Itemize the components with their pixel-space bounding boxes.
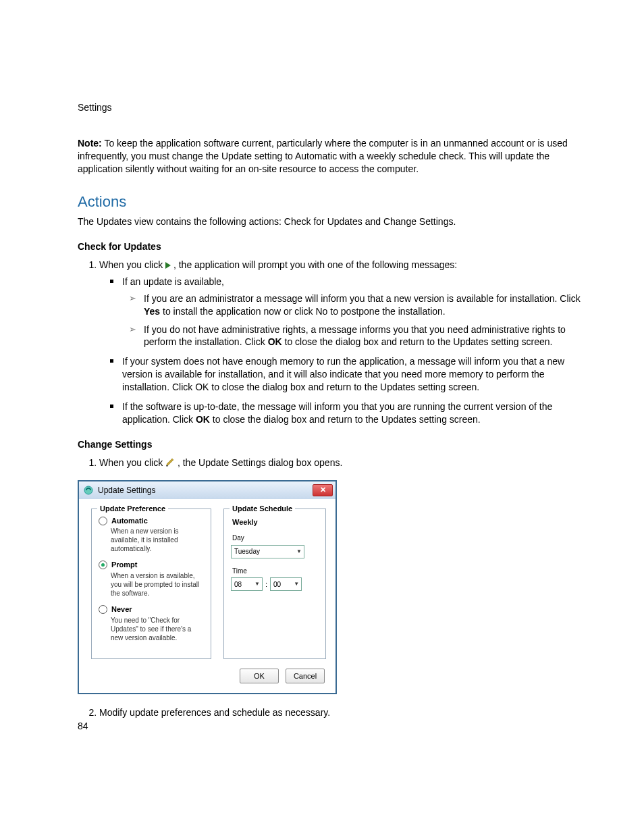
bul3-post: to close the dialog box and return to th… — [210, 414, 481, 425]
svg-rect-2 — [166, 465, 168, 467]
chevron-down-icon: ▼ — [254, 581, 260, 588]
radio-prompt-label: Prompt — [111, 560, 138, 570]
sub1a-pre: If you are an administrator a message wi… — [144, 293, 581, 304]
sub-bullet-admin: If you are an administrator a message wi… — [144, 292, 583, 318]
close-button[interactable]: ✕ — [313, 484, 333, 496]
time-colon: : — [265, 579, 267, 590]
check-step-1: When you click , the application will pr… — [99, 259, 583, 426]
chevron-down-icon: ▼ — [294, 581, 299, 588]
radio-automatic-desc: When a new version is available, it is i… — [111, 527, 204, 553]
change-step-2: Modify update preferences and schedule a… — [99, 706, 583, 719]
pencil-icon — [165, 457, 178, 468]
chevron-down-icon: ▼ — [296, 548, 302, 556]
svg-marker-0 — [165, 262, 171, 269]
time-label: Time — [232, 567, 319, 576]
radio-prompt[interactable] — [99, 561, 107, 569]
check-step-1-pre: When you click — [99, 259, 165, 270]
radio-automatic[interactable] — [99, 517, 107, 525]
check-step-1-post: , the application will prompt you with o… — [173, 259, 457, 270]
dialog-title: Update Settings — [98, 485, 313, 496]
radio-never[interactable] — [99, 605, 107, 614]
app-icon — [83, 485, 94, 496]
radio-item-never: Never You need to "Check for Updates" to… — [99, 604, 204, 642]
hour-value: 08 — [234, 580, 242, 590]
note-text: To keep the application software current… — [78, 138, 568, 174]
day-label: Day — [232, 533, 319, 543]
radio-item-automatic: Automatic When a new version is availabl… — [99, 516, 204, 554]
svg-point-3 — [84, 486, 92, 494]
svg-marker-1 — [167, 459, 173, 465]
bullet-update-available: If an update is available, If you are an… — [122, 276, 583, 348]
play-icon — [165, 259, 173, 270]
page-number: 84 — [78, 720, 88, 733]
note-label: Note: — [78, 138, 102, 149]
update-preference-legend: Update Preference — [97, 504, 168, 514]
update-schedule-legend: Update Schedule — [230, 504, 295, 514]
update-settings-dialog: Update Settings ✕ Update Preference Auto… — [78, 480, 337, 695]
radio-never-label: Never — [111, 604, 132, 615]
dialog-titlebar[interactable]: Update Settings ✕ — [79, 481, 336, 499]
bullet-uptodate: If the software is up-to-date, the messa… — [122, 400, 583, 426]
day-dropdown[interactable]: Tuesday ▼ — [231, 545, 304, 558]
sub1b-post: to close the dialog box and return to th… — [282, 336, 553, 347]
sub1a-post: to install the application now or click … — [160, 306, 446, 317]
change-settings-title: Change Settings — [78, 438, 583, 451]
section-label: Settings — [78, 101, 583, 114]
bullet-memory: If your system does not have enough memo… — [122, 355, 583, 394]
update-preference-group: Update Preference Automatic When a new v… — [91, 509, 211, 660]
sub-bullet-no-admin: If you do not have administrative rights… — [144, 323, 583, 349]
ok-button[interactable]: OK — [240, 669, 279, 683]
radio-never-desc: You need to "Check for Updates" to see i… — [111, 616, 204, 642]
sub1a-bold: Yes — [144, 306, 160, 317]
actions-intro: The Updates view contains the following … — [78, 215, 583, 228]
change-step-1-post: , the Update Settings dialog box opens. — [178, 457, 342, 468]
radio-prompt-desc: When a version is available, you will be… — [111, 571, 204, 598]
close-icon: ✕ — [320, 486, 326, 494]
minute-value: 00 — [273, 580, 281, 590]
day-dropdown-value: Tuesday — [234, 547, 260, 556]
hour-dropdown[interactable]: 08 ▼ — [231, 577, 263, 591]
note-paragraph: Note: To keep the application software c… — [78, 137, 583, 176]
update-schedule-group: Update Schedule Weekly Day Tuesday ▼ Tim… — [223, 509, 326, 660]
bul3-bold: OK — [196, 414, 210, 425]
check-updates-title: Check for Updates — [78, 240, 583, 253]
cancel-button[interactable]: Cancel — [286, 669, 325, 683]
change-step-1: When you click , the Update Settings dia… — [99, 457, 583, 469]
minute-dropdown[interactable]: 00 ▼ — [270, 577, 302, 591]
sub1b-bold: OK — [268, 336, 282, 347]
schedule-weekly: Weekly — [232, 517, 319, 527]
radio-item-prompt: Prompt When a version is available, you … — [99, 560, 204, 598]
actions-heading: Actions — [78, 192, 583, 212]
radio-automatic-label: Automatic — [111, 516, 148, 526]
change-step-1-pre: When you click — [99, 457, 165, 468]
bullet-update-available-text: If an update is available, — [122, 276, 224, 287]
